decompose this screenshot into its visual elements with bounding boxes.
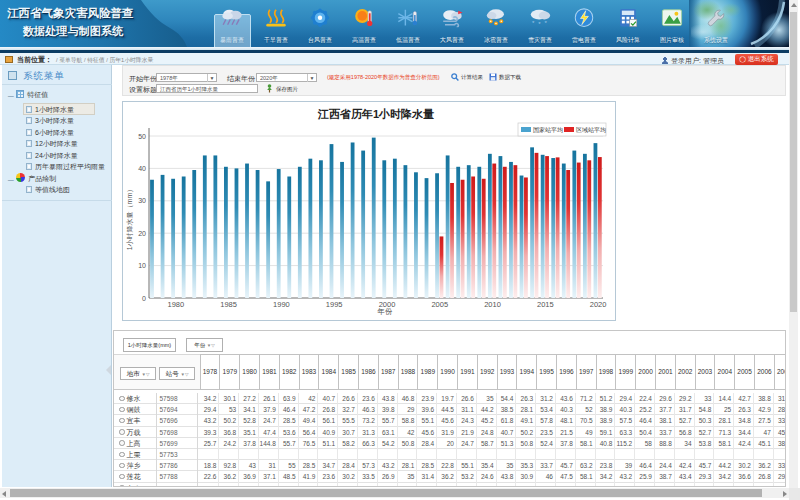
svg-text:40: 40 [138,165,146,172]
svg-text:2005: 2005 [431,300,448,309]
svg-text:1990: 1990 [273,300,290,309]
svg-text:2015: 2015 [537,300,554,309]
svg-text:*: * [532,19,535,26]
svg-text:2010: 2010 [484,300,501,309]
svg-text:区域站平均: 区域站平均 [576,126,606,134]
svg-text:1小时降水量（mm）: 1小时降水量（mm） [126,186,134,251]
svg-text:年份: 年份 [377,307,394,316]
svg-text:10: 10 [138,262,146,269]
svg-text:1980: 1980 [167,300,184,309]
svg-text:30: 30 [138,197,146,204]
svg-text:20: 20 [138,230,146,237]
svg-text:1995: 1995 [326,300,343,309]
svg-text:国家站平均: 国家站平均 [533,126,563,134]
svg-text:*: * [538,20,541,27]
svg-text:50: 50 [138,133,146,140]
svg-text:江西省历年1小时降水量: 江西省历年1小时降水量 [317,108,434,120]
svg-text:2020: 2020 [590,300,607,309]
svg-text:1985: 1985 [220,300,237,309]
svg-text:*: * [544,19,547,26]
svg-text:0: 0 [142,295,146,302]
